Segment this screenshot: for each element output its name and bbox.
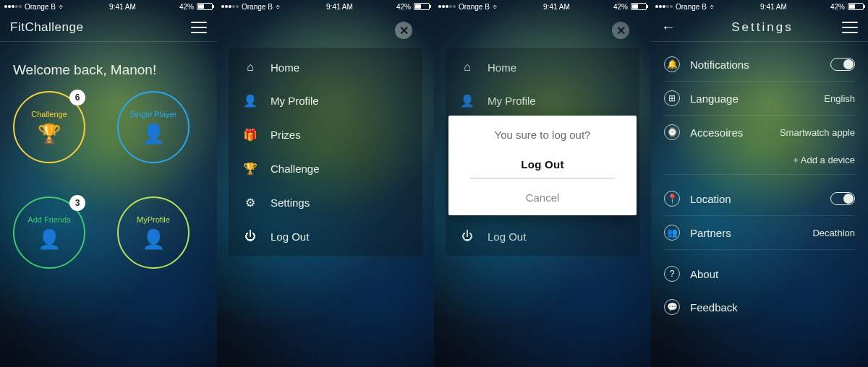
status-right: 42% (179, 3, 213, 11)
person-icon: 👤 (243, 94, 258, 108)
battery-icon (197, 3, 213, 10)
logout-question: You sure to log out? (459, 129, 626, 141)
location-toggle[interactable] (830, 192, 855, 205)
screen-home: Orange B ᯤ 9:41 AM 42% FitChallenge Welc… (0, 0, 217, 367)
menu-label: Home (271, 61, 299, 74)
logout-cancel-button[interactable]: Cancel (459, 191, 626, 207)
row-partners[interactable]: 👥 Partners Decathlon (664, 216, 855, 250)
pin-icon: 📍 (664, 191, 680, 207)
status-bar: Orange B ᯤ 9:41 AM 42% (0, 0, 217, 13)
screen-menu: Orange B ᯤ 9:41 AM 42% ✕ ⌂ Home 👤 My Pro… (217, 0, 434, 367)
settings-title: Settings (683, 20, 842, 35)
menu-label: Challenge (271, 163, 320, 175)
row-feedback[interactable]: 💬 Feedback (664, 290, 855, 324)
accessories-value: Smartwatch apple (780, 127, 855, 138)
trophy-icon: 🏆 (38, 123, 61, 145)
welcome-text: Welcome back, Manon! (0, 42, 217, 84)
carrier-label: Orange B (25, 3, 56, 11)
partners-icon: 👥 (664, 225, 680, 241)
menu-item-prizes[interactable]: 🎁 Prizes (229, 118, 422, 152)
person-star-icon: 👤 (142, 228, 165, 251)
menu-label: My Profile (271, 95, 319, 107)
row-location[interactable]: 📍 Location (664, 182, 855, 216)
menu-item-profile[interactable]: 👤 My Profile (229, 84, 422, 118)
status-time: 9:41 AM (760, 3, 787, 11)
menu-label: Prizes (271, 129, 301, 141)
menu-item-logout[interactable]: ⏻ Log Out (229, 220, 422, 253)
menu-item-home[interactable]: ⌂ Home (229, 51, 422, 84)
single-player-circle[interactable]: Single Player 👤 (117, 91, 190, 163)
bell-icon: 🔔 (664, 56, 680, 72)
close-menu-button[interactable]: ✕ (395, 22, 412, 39)
add-device-button[interactable]: + Add a device (664, 150, 855, 165)
add-friends-circle[interactable]: Add Friends 👤 3 (13, 197, 85, 269)
wifi-icon: ᯤ (710, 3, 717, 11)
challenge-badge: 6 (69, 90, 85, 105)
notifications-label: Notifications (690, 59, 820, 71)
my-profile-circle[interactable]: MyProfile 👤 (117, 197, 190, 269)
battery-pct: 42% (830, 3, 845, 11)
wifi-icon: ᯤ (59, 3, 66, 11)
menu-button[interactable] (842, 22, 858, 33)
home-icon: ⌂ (243, 61, 258, 74)
home-grid: Challenge 🏆 6 Single Player 👤 Add Friend… (0, 84, 217, 276)
settings-list: 🔔 Notifications ⊞ Language English ⌚ Acc… (651, 42, 868, 329)
status-time: 9:41 AM (109, 3, 136, 11)
challenge-label: Challenge (31, 110, 67, 118)
menu-button[interactable] (191, 22, 207, 33)
globe-icon: ⊞ (664, 90, 680, 106)
side-menu: ✕ ⌂ Home 👤 My Profile 🎁 Prizes 🏆 Challen… (229, 48, 422, 256)
add-person-icon: 👤 (38, 228, 61, 251)
chat-icon: 💬 (664, 299, 680, 315)
signal-dots-icon (655, 5, 673, 8)
add-friends-badge: 3 (69, 195, 85, 211)
status-left: Orange B ᯤ (4, 3, 66, 11)
app-title: FitChallenge (10, 20, 191, 35)
row-notifications[interactable]: 🔔 Notifications (664, 48, 855, 82)
gear-icon: ⚙ (243, 196, 258, 210)
menu-label: Log Out (271, 230, 309, 243)
single-player-label: Single Player (130, 110, 177, 118)
row-accessories[interactable]: ⌚ Accesoires Smartwatch apple + Add a de… (664, 116, 855, 175)
settings-header: ← Settings (651, 13, 868, 42)
carrier-label: Orange B (242, 3, 273, 11)
notifications-toggle[interactable] (830, 58, 855, 71)
my-profile-label: MyProfile (137, 215, 170, 224)
status-time: 9:41 AM (326, 3, 353, 11)
partners-label: Partners (690, 227, 802, 239)
screen-settings: Orange B ᯤ 9:41 AM 42% ← Settings 🔔 Noti… (651, 0, 868, 367)
person-icon: 👤 (142, 123, 165, 145)
about-label: About (690, 268, 855, 280)
power-icon: ⏻ (243, 230, 258, 243)
signal-dots-icon (221, 5, 239, 8)
screen-logout-confirm: Orange B ᯤ 9:41 AM 42% ✕ ⌂ Home 👤 My Pro… (434, 0, 651, 367)
back-button[interactable]: ← (661, 19, 683, 35)
modal-divider (470, 178, 615, 178)
logout-modal: You sure to log out? Log Out Cancel (448, 116, 637, 215)
logout-confirm-button[interactable]: Log Out (459, 158, 626, 178)
accessories-label: Accesoires (690, 126, 770, 139)
app-header: FitChallenge (0, 13, 217, 42)
status-bar: Orange B ᯤ 9:41 AM 42% (217, 0, 434, 13)
menu-item-settings[interactable]: ⚙ Settings (229, 186, 422, 220)
battery-icon (414, 3, 430, 10)
signal-dots-icon (4, 5, 22, 8)
challenge-circle[interactable]: Challenge 🏆 6 (13, 91, 85, 163)
location-label: Location (690, 193, 820, 205)
battery-pct: 42% (179, 3, 194, 11)
question-icon: ? (664, 266, 680, 282)
gift-icon: 🎁 (243, 128, 258, 142)
partners-value: Decathlon (812, 228, 855, 238)
language-value: English (824, 93, 855, 104)
language-label: Language (690, 92, 814, 105)
trophy-icon: 🏆 (243, 162, 258, 176)
watch-icon: ⌚ (664, 124, 680, 140)
menu-item-challenge[interactable]: 🏆 Challenge (229, 152, 422, 186)
add-friends-label: Add Friends (27, 215, 70, 224)
carrier-label: Orange B (676, 3, 707, 11)
row-language[interactable]: ⊞ Language English (664, 82, 855, 116)
menu-label: Settings (271, 197, 310, 209)
row-about[interactable]: ? About (664, 257, 855, 290)
battery-icon (848, 3, 864, 10)
wifi-icon: ᯤ (276, 3, 283, 11)
